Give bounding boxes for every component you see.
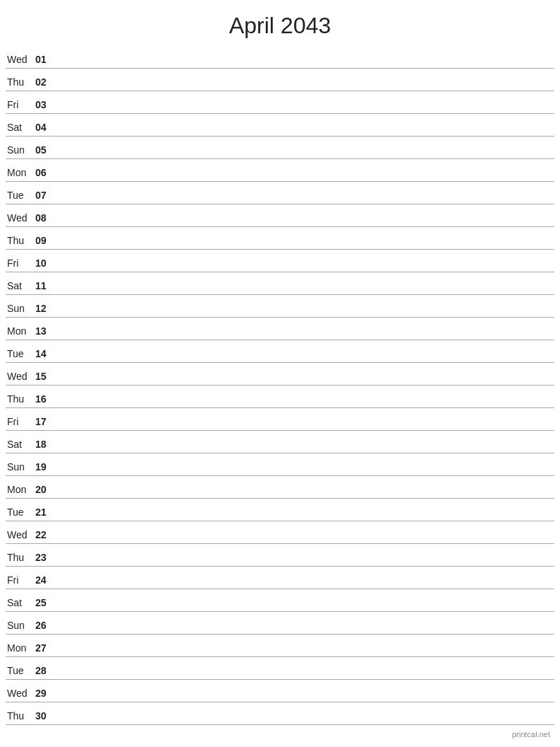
day-name: Thu xyxy=(6,393,35,405)
calendar-row: Tue21 xyxy=(6,499,554,521)
day-name: Mon xyxy=(6,325,35,337)
day-number: 07 xyxy=(35,190,55,201)
calendar-row: Fri10 xyxy=(6,250,554,272)
day-line xyxy=(55,721,554,722)
day-line xyxy=(55,200,554,201)
calendar-row: Tue14 xyxy=(6,340,554,363)
day-name: Mon xyxy=(6,484,35,495)
day-name: Sat xyxy=(6,597,35,608)
calendar-row: Mon06 xyxy=(6,159,554,182)
calendar-row: Thu02 xyxy=(6,69,554,91)
day-line xyxy=(55,517,554,518)
day-line xyxy=(55,223,554,224)
calendar-row: Wed08 xyxy=(6,204,554,227)
day-number: 25 xyxy=(35,597,55,608)
day-name: Fri xyxy=(6,574,35,586)
day-number: 19 xyxy=(35,461,55,473)
day-name: Wed xyxy=(6,54,35,65)
day-number: 26 xyxy=(35,620,55,631)
day-number: 01 xyxy=(35,54,55,65)
day-line xyxy=(55,472,554,473)
day-number: 10 xyxy=(35,257,55,269)
day-name: Tue xyxy=(6,190,35,201)
calendar-row: Sun26 xyxy=(6,612,554,635)
day-number: 03 xyxy=(35,99,55,110)
calendar-row: Sat04 xyxy=(6,114,554,137)
calendar-row: Fri24 xyxy=(6,567,554,589)
calendar-row: Sat18 xyxy=(6,431,554,453)
day-line xyxy=(55,676,554,676)
day-name: Thu xyxy=(6,710,35,722)
calendar-row: Thu16 xyxy=(6,386,554,408)
day-number: 14 xyxy=(35,348,55,359)
day-name: Sat xyxy=(6,439,35,450)
day-number: 29 xyxy=(35,688,55,699)
footer-text: printcal.net xyxy=(512,730,550,739)
day-line xyxy=(55,562,554,563)
day-line xyxy=(55,313,554,314)
day-name: Thu xyxy=(6,76,35,88)
day-line xyxy=(55,404,554,405)
calendar-row: Mon13 xyxy=(6,318,554,340)
day-name: Fri xyxy=(6,257,35,269)
day-number: 11 xyxy=(35,280,55,291)
day-line xyxy=(55,494,554,495)
day-line xyxy=(55,540,554,540)
calendar-row: Mon20 xyxy=(6,476,554,499)
day-number: 18 xyxy=(35,439,55,450)
day-name: Sun xyxy=(6,461,35,473)
day-line xyxy=(55,178,554,178)
day-number: 30 xyxy=(35,710,55,722)
day-line xyxy=(55,291,554,291)
calendar-row: Sun05 xyxy=(6,137,554,159)
calendar-row: Tue28 xyxy=(6,657,554,680)
calendar-row: Wed15 xyxy=(6,363,554,386)
day-line xyxy=(55,381,554,382)
day-name: Wed xyxy=(6,688,35,699)
day-number: 12 xyxy=(35,303,55,314)
day-name: Sun xyxy=(6,303,35,314)
day-number: 06 xyxy=(35,167,55,178)
day-line xyxy=(55,336,554,337)
day-number: 21 xyxy=(35,506,55,518)
day-line xyxy=(55,268,554,269)
calendar-row: Mon27 xyxy=(6,635,554,657)
day-line xyxy=(55,245,554,246)
day-name: Mon xyxy=(6,167,35,178)
day-number: 27 xyxy=(35,642,55,654)
day-number: 22 xyxy=(35,529,55,540)
day-name: Tue xyxy=(6,506,35,518)
day-name: Wed xyxy=(6,212,35,224)
calendar-row: Fri17 xyxy=(6,408,554,431)
day-number: 02 xyxy=(35,76,55,88)
calendar-row: Sun19 xyxy=(6,453,554,476)
calendar-row: Wed01 xyxy=(6,46,554,69)
day-number: 04 xyxy=(35,122,55,133)
day-number: 13 xyxy=(35,325,55,337)
day-name: Thu xyxy=(6,235,35,246)
day-name: Fri xyxy=(6,99,35,110)
calendar-row: Tue07 xyxy=(6,182,554,204)
day-line xyxy=(55,359,554,359)
calendar-row: Thu30 xyxy=(6,702,554,725)
day-line xyxy=(55,64,554,65)
day-name: Tue xyxy=(6,348,35,359)
day-line xyxy=(55,132,554,133)
day-number: 28 xyxy=(35,665,55,676)
day-name: Mon xyxy=(6,642,35,654)
day-number: 08 xyxy=(35,212,55,224)
day-line xyxy=(55,427,554,427)
calendar-row: Sat25 xyxy=(6,589,554,612)
day-name: Sat xyxy=(6,122,35,133)
day-name: Wed xyxy=(6,529,35,540)
day-line xyxy=(55,449,554,450)
day-line xyxy=(55,87,554,88)
day-line xyxy=(55,698,554,699)
day-line xyxy=(55,110,554,110)
day-line xyxy=(55,155,554,156)
day-line xyxy=(55,653,554,654)
page-title: April 2043 xyxy=(0,0,560,46)
calendar-row: Thu09 xyxy=(6,227,554,250)
day-name: Fri xyxy=(6,416,35,427)
day-name: Wed xyxy=(6,371,35,382)
